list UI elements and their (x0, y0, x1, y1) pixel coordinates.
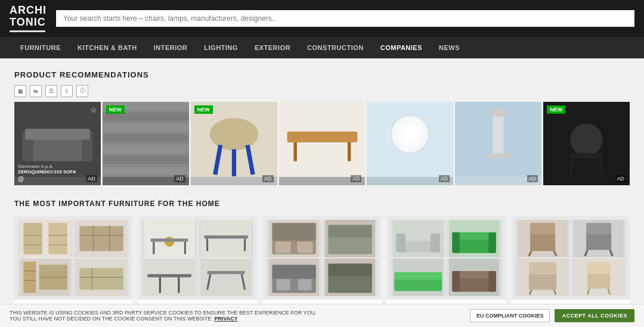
category-image (323, 220, 377, 257)
svg-rect-77 (275, 241, 290, 253)
privacy-link[interactable]: PRIVACY (214, 316, 237, 322)
svg-rect-9 (103, 134, 189, 142)
svg-rect-99 (489, 232, 497, 253)
svg-rect-76 (272, 223, 316, 240)
header: ARCHI TONIC (0, 0, 644, 37)
product-card[interactable]: AD (367, 102, 453, 185)
nav-item-furniture[interactable]: FURNITURE (12, 37, 69, 58)
svg-rect-109 (530, 232, 555, 251)
svg-rect-71 (207, 271, 244, 274)
category-images (512, 216, 630, 300)
category-image (18, 259, 73, 296)
category-image (74, 220, 129, 257)
category-image (391, 220, 445, 257)
list-icon[interactable]: ☰ (45, 85, 57, 97)
share-icon[interactable]: ⇧ (61, 85, 73, 97)
svg-rect-85 (277, 279, 290, 290)
product-card[interactable]: AD (279, 102, 366, 185)
logo-line2: TONIC (10, 17, 47, 29)
category-images (14, 216, 132, 300)
svg-rect-124 (587, 272, 610, 288)
svg-rect-125 (587, 262, 610, 274)
cookie-buttons: EU COMPLIANT COOKIES ACCEPT ALL COOKIES (470, 309, 634, 322)
product-card[interactable]: ☆Diemmebi S.p.AZEROQUINDICI.015 SOFA@AD (14, 102, 101, 185)
svg-rect-119 (529, 272, 556, 289)
new-badge: NEW (547, 105, 565, 114)
svg-rect-43 (80, 226, 124, 251)
svg-rect-107 (489, 271, 497, 292)
nav-item-kitchen---bath[interactable]: KITCHEN & BATH (69, 37, 145, 58)
svg-rect-11 (103, 155, 189, 164)
category-image (199, 259, 253, 296)
new-badge: NEW (106, 105, 125, 114)
nav-item-interior[interactable]: INTERIOR (145, 37, 196, 58)
grid-icon[interactable]: ▦ (14, 85, 26, 97)
category-image (571, 220, 626, 257)
accept-cookies-button[interactable]: ACCEPT ALL COOKIES (555, 309, 634, 322)
svg-rect-110 (530, 223, 555, 234)
product-card[interactable]: NEWAD (543, 102, 630, 185)
svg-point-28 (488, 108, 508, 116)
category-image (199, 220, 253, 257)
ad-badge: AD (527, 175, 538, 182)
ad-badge: AD (351, 175, 362, 182)
favorite-icon[interactable]: ☆ (90, 105, 97, 114)
category-image (391, 259, 445, 296)
svg-point-25 (402, 126, 418, 142)
category-image (267, 220, 321, 257)
nav-item-construction[interactable]: CONSTRUCTION (299, 37, 372, 58)
nav-item-companies[interactable]: COMPANIES (372, 37, 431, 58)
svg-rect-8 (103, 123, 189, 132)
svg-rect-36 (23, 223, 42, 254)
contact-icon[interactable]: @ (18, 176, 24, 182)
nav-item-exterior[interactable]: EXTERIOR (246, 37, 299, 58)
svg-rect-88 (328, 274, 372, 293)
recommendations-title: PRODUCT RECOMMENDATIONS (14, 70, 630, 79)
svg-rect-12 (103, 166, 189, 175)
category-image (515, 259, 570, 296)
shuffle-icon[interactable]: ⇆ (30, 85, 42, 97)
svg-rect-94 (431, 233, 440, 253)
svg-rect-89 (328, 263, 372, 276)
product-card[interactable]: NEWAD (103, 102, 189, 185)
product-card[interactable]: AD (455, 102, 541, 185)
category-image (18, 220, 73, 257)
category-image (323, 259, 377, 296)
svg-rect-10 (103, 145, 189, 153)
svg-rect-106 (453, 271, 460, 292)
product-card[interactable]: NEWAD (191, 102, 277, 185)
svg-rect-7 (103, 113, 189, 121)
svg-rect-84 (272, 264, 316, 278)
category-image (142, 259, 197, 296)
category-image (447, 220, 501, 257)
info-icon[interactable]: ⓘ (76, 85, 88, 97)
svg-rect-4 (25, 129, 90, 139)
svg-rect-98 (453, 232, 460, 253)
nav-item-lighting[interactable]: LIGHTING (196, 37, 246, 58)
category-image (142, 220, 197, 257)
cookie-text: THIS WEBSITE IS USING COOKIES AND 3RD PA… (10, 310, 317, 322)
ad-badge: AD (615, 175, 627, 182)
products-strip: ☆Diemmebi S.p.AZEROQUINDICI.015 SOFA@ADN… (14, 102, 630, 185)
search-input[interactable] (56, 10, 634, 27)
svg-rect-86 (298, 279, 311, 290)
nav-item-news[interactable]: NEWS (431, 37, 468, 58)
logo-bar (10, 30, 45, 32)
category-image (571, 259, 626, 296)
category-image (267, 259, 321, 296)
svg-rect-54 (80, 267, 124, 289)
svg-rect-70 (201, 259, 251, 296)
category-image (515, 220, 570, 257)
category-images (263, 216, 381, 300)
cookie-bar: THIS WEBSITE IS USING COOKIES AND 3RD PA… (0, 304, 644, 327)
svg-rect-114 (586, 232, 611, 250)
svg-rect-78 (297, 241, 312, 253)
cookie-line2: YOU STILL HAVE NOT DECIDED ON THE COOKIE… (10, 316, 317, 322)
svg-rect-120 (529, 262, 556, 275)
new-badge: NEW (194, 105, 213, 114)
svg-rect-115 (586, 223, 611, 234)
ad-badge: AD (86, 175, 97, 182)
svg-rect-48 (23, 261, 36, 293)
eu-cookies-button[interactable]: EU COMPLIANT COOKIES (470, 309, 550, 322)
category-images (387, 216, 505, 300)
